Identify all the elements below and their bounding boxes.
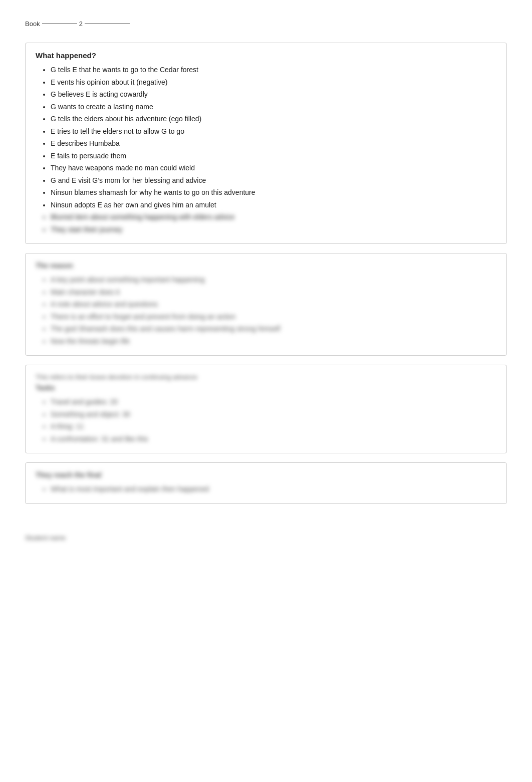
list-item: Ninsun adopts E as her own and gives him…	[51, 199, 496, 211]
list-item-blurred: A key point about something important ha…	[51, 274, 496, 286]
list-item: E tries to tell the elders not to allow …	[51, 125, 496, 138]
list-item: G and E visit G’s mom for her blessing a…	[51, 174, 496, 187]
list-item-blurred: A note about advice and questions	[51, 298, 496, 311]
list-item-blurred: Blurred item about something happening w…	[51, 211, 496, 223]
list-item-blurred: Something and object: 30	[51, 408, 496, 421]
book-header: Book 2	[25, 20, 507, 28]
list-item-blurred: They start their journey	[51, 223, 496, 236]
section3-note: This refers to their brave devotion in c…	[36, 373, 496, 381]
book-label: Book	[25, 20, 40, 28]
list-item: G tells E that he wants to go to the Ced…	[51, 64, 496, 76]
list-item-blurred: Main character does it	[51, 286, 496, 299]
list-item: G wants to create a lasting name	[51, 101, 496, 113]
list-item: G believes E is acting cowardly	[51, 88, 496, 101]
section4-header: They reach the final	[36, 471, 496, 479]
section-blurred-1: The reason A key point about something i…	[25, 253, 507, 356]
list-item-blurred: Travel and guides: 20	[51, 396, 496, 408]
book-underline-after	[85, 24, 130, 24]
list-item: E vents his opinion about it (negative)	[51, 76, 496, 89]
section2-header: The reason	[36, 262, 496, 270]
section-blurred-3: They reach the final What is most import…	[25, 462, 507, 504]
list-item: E describes Humbaba	[51, 137, 496, 150]
list-item: They have weapons made no man could wiel…	[51, 162, 496, 174]
book-number: 2	[79, 20, 83, 28]
book-underline-before	[42, 24, 77, 24]
list-item-blurred: Now the threats begin life	[51, 335, 496, 348]
list-item: E fails to persuade them	[51, 150, 496, 162]
list-item-blurred: There is an effort to forget and prevent…	[51, 311, 496, 323]
section1-title: What happened?	[36, 51, 496, 60]
list-item-blurred: What is most important and explain then …	[51, 483, 496, 495]
list-item: G tells the elders about his adventure (…	[51, 113, 496, 125]
blurred-list-4: What is most important and explain then …	[36, 483, 496, 495]
list-item-blurred: A thing: 11	[51, 420, 496, 433]
section-what-happened: What happened? G tells E that he wants t…	[25, 43, 507, 244]
page-footer: Student name	[25, 534, 507, 542]
list-item: Ninsun blames shamash for why he wants t…	[51, 186, 496, 199]
list-item-blurred: The god Shamash does this and causes har…	[51, 323, 496, 335]
list-item-blurred: A confrontation: 31 and like this	[51, 433, 496, 445]
blurred-list-2: A key point about something important ha…	[36, 274, 496, 347]
blurred-list-3: Travel and guides: 20 Something and obje…	[36, 396, 496, 445]
section-blurred-2: This refers to their brave devotion in c…	[25, 365, 507, 453]
section3-header: Tasks	[36, 384, 496, 392]
visible-bullet-list: G tells E that he wants to go to the Ced…	[36, 64, 496, 235]
footer-text: Student name	[25, 534, 66, 542]
